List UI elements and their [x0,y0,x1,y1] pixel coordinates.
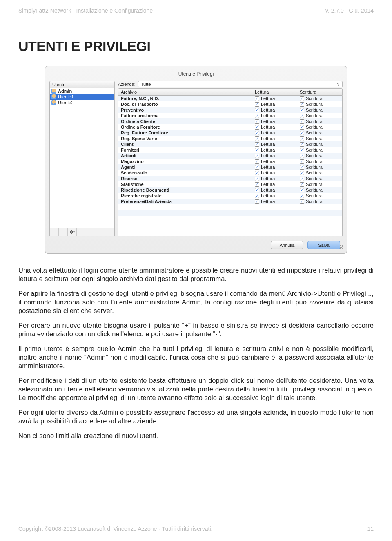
read-cell[interactable]: ✓Lettura [252,118,297,124]
table-row[interactable]: Fatture, N.C., N.D.✓Lettura✓Scrittura [118,96,342,101]
checkbox-checked-icon[interactable]: ✓ [255,142,259,147]
col-archivio[interactable]: Archivio [118,89,252,95]
checkbox-checked-icon[interactable]: ✓ [255,177,259,181]
table-row[interactable]: Fornitori✓Lettura✓Scrittura [118,147,342,153]
table-row[interactable]: Scadenzario✓Lettura✓Scrittura [118,170,342,176]
users-list[interactable]: AdminUtente1Utente2 [49,88,115,228]
checkbox-checked-icon[interactable]: ✓ [300,188,304,192]
write-cell[interactable]: ✓Scrittura [297,181,342,187]
checkbox-checked-icon[interactable]: ✓ [300,102,304,107]
user-row[interactable]: Utente2 [50,100,114,105]
checkbox-checked-icon[interactable]: ✓ [300,159,304,164]
add-user-button[interactable]: + [50,228,59,236]
read-cell[interactable]: ✓Lettura [252,136,297,141]
read-cell[interactable]: ✓Lettura [252,141,297,147]
col-scrittura[interactable]: Scrittura [297,89,342,95]
user-row[interactable]: Admin [50,88,114,94]
table-row[interactable]: Preventivo✓Lettura✓Scrittura [118,107,342,113]
azienda-select[interactable]: Tutte ⇳ [138,81,343,87]
checkbox-checked-icon[interactable]: ✓ [300,142,304,147]
checkbox-checked-icon[interactable]: ✓ [300,199,304,204]
save-button[interactable]: Salva [307,241,340,249]
checkbox-checked-icon[interactable]: ✓ [255,108,259,112]
checkbox-checked-icon[interactable]: ✓ [300,114,304,118]
write-cell[interactable]: ✓Scrittura [297,164,342,170]
write-cell[interactable]: ✓Scrittura [297,199,342,204]
write-cell[interactable]: ✓Scrittura [297,193,342,199]
checkbox-checked-icon[interactable]: ✓ [255,125,259,130]
table-row[interactable]: Doc. di Trasporto✓Lettura✓Scrittura [118,101,342,107]
write-cell[interactable]: ✓Scrittura [297,124,342,130]
read-cell[interactable]: ✓Lettura [252,130,297,136]
gear-button[interactable]: ✻▾ [68,228,77,236]
checkbox-checked-icon[interactable]: ✓ [255,159,259,164]
table-row[interactable]: Clienti✓Lettura✓Scrittura [118,141,342,147]
table-row[interactable]: Articoli✓Lettura✓Scrittura [118,153,342,159]
checkbox-checked-icon[interactable]: ✓ [255,102,259,107]
read-cell[interactable]: ✓Lettura [252,113,297,118]
checkbox-checked-icon[interactable]: ✓ [300,96,304,101]
read-cell[interactable]: ✓Lettura [252,187,297,193]
read-cell[interactable]: ✓Lettura [252,176,297,181]
checkbox-checked-icon[interactable]: ✓ [255,182,259,187]
checkbox-checked-icon[interactable]: ✓ [300,165,304,170]
checkbox-checked-icon[interactable]: ✓ [300,136,304,141]
write-cell[interactable]: ✓Scrittura [297,107,342,113]
checkbox-checked-icon[interactable]: ✓ [300,131,304,135]
write-cell[interactable]: ✓Scrittura [297,141,342,147]
write-cell[interactable]: ✓Scrittura [297,130,342,136]
checkbox-checked-icon[interactable]: ✓ [255,154,259,158]
write-cell[interactable]: ✓Scrittura [297,159,342,164]
table-row[interactable]: Magazzino✓Lettura✓Scrittura [118,159,342,164]
read-cell[interactable]: ✓Lettura [252,164,297,170]
col-lettura[interactable]: Lettura [252,89,297,95]
table-row[interactable]: Reg. Spese Varie✓Lettura✓Scrittura [118,136,342,141]
checkbox-checked-icon[interactable]: ✓ [300,182,304,187]
write-cell[interactable]: ✓Scrittura [297,118,342,124]
write-cell[interactable]: ✓Scrittura [297,187,342,193]
checkbox-checked-icon[interactable]: ✓ [255,131,259,135]
checkbox-checked-icon[interactable]: ✓ [255,148,259,152]
table-row[interactable]: Reg. Fatture Fornitore✓Lettura✓Scrittura [118,130,342,136]
write-cell[interactable]: ✓Scrittura [297,136,342,141]
checkbox-checked-icon[interactable]: ✓ [300,171,304,175]
table-row[interactable]: Ricerche registrate✓Lettura✓Scrittura [118,193,342,199]
checkbox-checked-icon[interactable]: ✓ [255,114,259,118]
table-row[interactable]: Fattura pro-forma✓Lettura✓Scrittura [118,113,342,118]
checkbox-checked-icon[interactable]: ✓ [255,136,259,141]
write-cell[interactable]: ✓Scrittura [297,113,342,118]
table-row[interactable]: Ordine a Cliente✓Lettura✓Scrittura [118,118,342,124]
write-cell[interactable]: ✓Scrittura [297,96,342,101]
read-cell[interactable]: ✓Lettura [252,96,297,101]
user-row[interactable]: Utente1 [50,94,114,100]
checkbox-checked-icon[interactable]: ✓ [300,154,304,158]
write-cell[interactable]: ✓Scrittura [297,147,342,153]
read-cell[interactable]: ✓Lettura [252,199,297,204]
read-cell[interactable]: ✓Lettura [252,193,297,199]
table-row[interactable]: Preferenze/Dati Azienda✓Lettura✓Scrittur… [118,199,342,204]
remove-user-button[interactable]: − [59,228,68,236]
read-cell[interactable]: ✓Lettura [252,101,297,107]
write-cell[interactable]: ✓Scrittura [297,153,342,159]
table-row[interactable]: Risorse✓Lettura✓Scrittura [118,176,342,181]
read-cell[interactable]: ✓Lettura [252,147,297,153]
checkbox-checked-icon[interactable]: ✓ [300,108,304,112]
checkbox-checked-icon[interactable]: ✓ [300,119,304,124]
checkbox-checked-icon[interactable]: ✓ [255,188,259,192]
checkbox-checked-icon[interactable]: ✓ [255,96,259,101]
checkbox-checked-icon[interactable]: ✓ [300,125,304,130]
checkbox-checked-icon[interactable]: ✓ [300,148,304,152]
write-cell[interactable]: ✓Scrittura [297,176,342,181]
checkbox-checked-icon[interactable]: ✓ [255,171,259,175]
checkbox-checked-icon[interactable]: ✓ [255,119,259,124]
table-row[interactable]: Ordine a Fornitore✓Lettura✓Scrittura [118,124,342,130]
table-row[interactable]: Agenti✓Lettura✓Scrittura [118,164,342,170]
cancel-button[interactable]: Annulla [271,241,303,249]
read-cell[interactable]: ✓Lettura [252,159,297,164]
write-cell[interactable]: ✓Scrittura [297,101,342,107]
read-cell[interactable]: ✓Lettura [252,170,297,176]
privileges-table[interactable]: Fatture, N.C., N.D.✓Lettura✓ScritturaDoc… [118,96,343,236]
table-row[interactable]: Statistiche✓Lettura✓Scrittura [118,181,342,187]
checkbox-checked-icon[interactable]: ✓ [255,165,259,170]
read-cell[interactable]: ✓Lettura [252,107,297,113]
